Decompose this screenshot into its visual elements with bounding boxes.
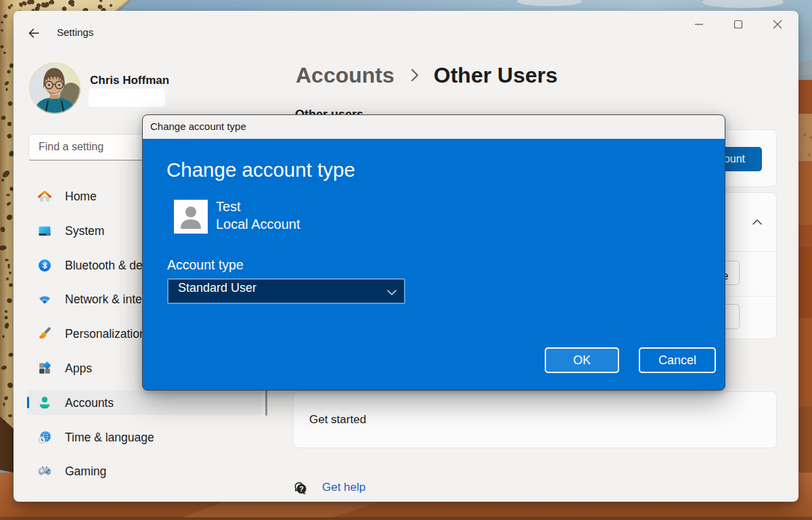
svg-text:?: ? [299,485,303,493]
